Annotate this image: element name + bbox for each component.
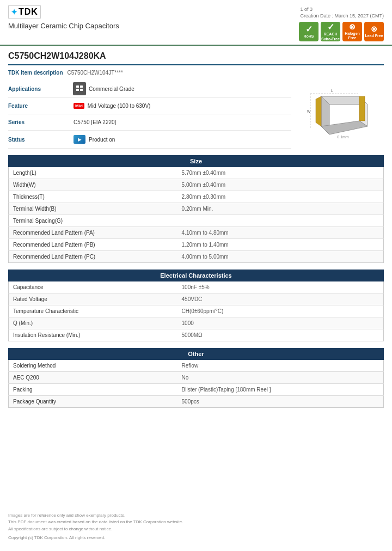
svg-rect-0: [75, 83, 84, 93]
electrical-row: Insulation Resistance (Min.)5000MΩ: [9, 329, 384, 341]
size-row: Recommended Land Pattern (PA)4.10mm to 4…: [9, 227, 384, 239]
size-row-value: [177, 215, 384, 227]
other-row: PackingBlister (Plastic)Taping [180mm Re…: [9, 384, 384, 396]
size-row-value: 0.20mm Min.: [177, 203, 384, 215]
applications-icon: [74, 83, 85, 95]
other-row-label: AEC Q200: [9, 372, 177, 384]
size-row: Recommended Land Pattern (PB)1.20mm to 1…: [9, 239, 384, 251]
disclaimer-line2: This PDF document was created based on t…: [8, 519, 384, 526]
size-row-label: Terminal Spacing(G): [9, 215, 177, 227]
tdk-star-icon: ✦: [11, 8, 17, 16]
size-row-label: Terminal Width(B): [9, 203, 177, 215]
size-row-value: 4.10mm to 4.80mm: [177, 227, 384, 239]
status-icon-label: ▶: [78, 137, 81, 142]
svg-rect-2: [80, 85, 83, 88]
other-row-label: Packing: [9, 384, 177, 396]
size-row: Recommended Land Pattern (PC)4.00mm to 5…: [9, 251, 384, 263]
disclaimer-line1: Images are for reference only and show e…: [8, 512, 384, 519]
other-row: Soldering MethodReflow: [9, 360, 384, 372]
feature-row: Feature Mid Mid Voltage (100 to 630V): [8, 98, 291, 114]
item-desc-value: C5750CH2W104JT****: [68, 70, 123, 76]
size-row-label: Recommended Land Pattern (PA): [9, 227, 177, 239]
status-text: Product on: [89, 137, 115, 143]
rohs-label: RoHS: [303, 34, 314, 39]
series-row: Series C5750 [EIA 2220]: [8, 114, 291, 131]
electrical-row: Capacitance100nF ±5%: [9, 281, 384, 293]
other-section: Other Soldering MethodReflowAEC Q200NoPa…: [8, 348, 384, 408]
feature-label: Feature: [8, 103, 74, 109]
other-row: Package Quantity500pcs: [9, 396, 384, 408]
mid-badge: Mid: [74, 103, 84, 109]
header-right: 1 of 3 Creation Date : March 15, 2027 (C…: [299, 5, 384, 41]
other-header: Other: [8, 348, 384, 360]
svg-rect-1: [76, 85, 79, 88]
item-desc-label: TDK item description: [8, 70, 63, 76]
size-header: Size: [8, 155, 384, 167]
rohs-badge: ✓ RoHS: [299, 22, 318, 41]
size-row-label: Recommended Land Pattern (PC): [9, 251, 177, 263]
page-info: 1 of 3: [300, 7, 313, 12]
lead-label: Lead Free: [365, 34, 383, 38]
size-row: Width(W)5.00mm ±0.40mm: [9, 179, 384, 191]
lead-icon: ⊗: [371, 25, 377, 34]
svg-text:0.1mm: 0.1mm: [337, 135, 349, 139]
product-category: Multilayer Ceramic Chip Capacitors: [8, 22, 119, 30]
applications-label: Applications: [8, 86, 74, 92]
lead-badge: ⊗ Lead Free: [364, 22, 384, 41]
applications-text: Commercial Grade: [89, 86, 134, 92]
size-row-value: 2.80mm ±0.30mm: [177, 191, 384, 203]
electrical-row-value: 1000: [177, 317, 384, 329]
status-value-area: ▶ Product on: [74, 133, 291, 145]
chip-image-area: L W 0.1mm: [297, 80, 384, 149]
svg-marker-14: [359, 96, 365, 121]
size-row: Terminal Spacing(G): [9, 215, 384, 227]
svg-rect-3: [76, 89, 79, 91]
halogen-icon: ⊗: [349, 22, 356, 32]
electrical-row: Rated Voltage450VDC: [9, 293, 384, 305]
reach-badge: ✓ REACH Svhc-Free: [321, 22, 340, 41]
electrical-table: Capacitance100nF ±5%Rated Voltage450VDCT…: [8, 281, 384, 341]
size-row-value: 4.00mm to 5.00mm: [177, 251, 384, 263]
status-icon-shape: ▶: [74, 135, 85, 144]
halogen-label: Halogen Free: [342, 32, 362, 41]
reach-label: REACH Svhc-Free: [321, 32, 340, 41]
applications-row: Applications Commercial Grade: [8, 80, 291, 98]
electrical-row-label: Insulation Resistance (Min.): [9, 329, 177, 341]
electrical-row-value: 100nF ±5%: [177, 281, 384, 293]
compliance-badges: ✓ RoHS ✓ REACH Svhc-Free ⊗ Halogen Free …: [299, 22, 384, 41]
feature-text: Mid Voltage (100 to 630V): [88, 103, 151, 109]
footer-disclaimer: Images are for reference only and show e…: [8, 512, 384, 533]
series-text: C5750 [EIA 2220]: [74, 119, 116, 125]
status-row: Status ▶ Product on: [8, 131, 291, 149]
tdk-logo-box: ✦ TDK: [8, 5, 41, 19]
other-table: Soldering MethodReflowAEC Q200NoPackingB…: [8, 360, 384, 408]
size-row-value: 5.00mm ±0.40mm: [177, 179, 384, 191]
other-row-value: Blister (Plastic)Taping [180mm Reel ]: [177, 384, 384, 396]
creation-date-text: Creation Date : March 15, 2027 (CMT): [300, 13, 384, 19]
size-row-label: Recommended Land Pattern (PB): [9, 239, 177, 251]
reach-icon: ✓: [327, 22, 334, 32]
size-row-value: 1.20mm to 1.40mm: [177, 239, 384, 251]
electrical-row-label: Temperature Characteristic: [9, 305, 177, 317]
creation-date: 1 of 3 Creation Date : March 15, 2027 (C…: [300, 5, 384, 19]
footer-copyright: Copyright (c) TDK Corporation. All right…: [8, 535, 384, 540]
size-section: Size Length(L)5.70mm ±0.40mmWidth(W)5.00…: [8, 155, 384, 263]
commercial-svg: [75, 83, 84, 93]
size-table: Length(L)5.70mm ±0.40mmWidth(W)5.00mm ±0…: [8, 167, 384, 263]
other-row-value: No: [177, 372, 384, 384]
status-icon: ▶: [74, 133, 85, 145]
electrical-row-value: 450VDC: [177, 293, 384, 305]
series-label: Series: [8, 119, 74, 125]
chip-illustration: L W 0.1mm: [305, 85, 376, 140]
electrical-row-label: Rated Voltage: [9, 293, 177, 305]
spec-table-area: Applications Commercial Grade: [8, 80, 291, 149]
page-footer: Images are for reference only and show e…: [8, 512, 384, 540]
electrical-row-label: Capacitance: [9, 281, 177, 293]
electrical-row-label: Q (Min.): [9, 317, 177, 329]
other-row-value: Reflow: [177, 360, 384, 372]
status-label: Status: [8, 137, 74, 143]
main-content: Applications Commercial Grade: [0, 80, 392, 149]
size-row-value: 5.70mm ±0.40mm: [177, 167, 384, 179]
rohs-icon: ✓: [305, 24, 313, 34]
svg-text:L: L: [331, 89, 333, 93]
